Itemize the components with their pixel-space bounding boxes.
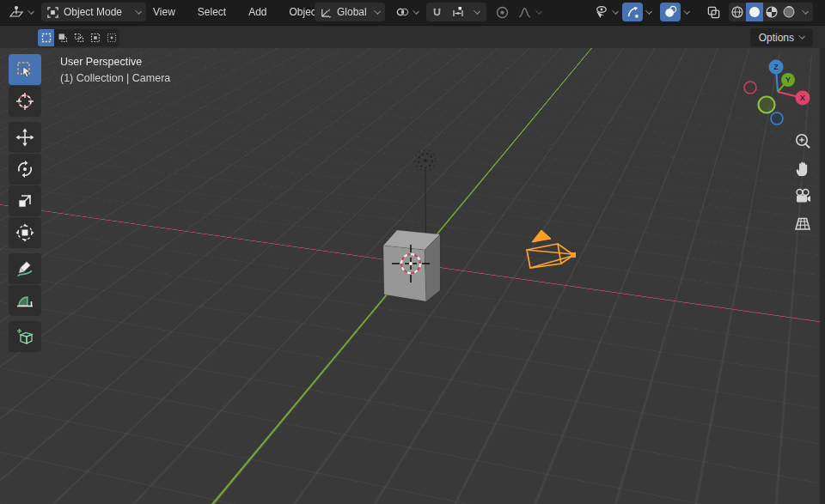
select-box-icon xyxy=(15,60,34,79)
rotate-icon xyxy=(15,160,34,179)
gizmo-neg-z-ball[interactable] xyxy=(771,112,783,124)
select-mode-intersect[interactable] xyxy=(103,29,119,46)
viewport-nav-controls xyxy=(791,130,815,240)
tool-scale[interactable] xyxy=(9,185,41,216)
select-mode-set[interactable] xyxy=(38,29,54,46)
snap-increment-icon xyxy=(451,5,465,19)
annotate-icon xyxy=(15,259,34,278)
show-overlays-toggle[interactable] xyxy=(660,3,681,21)
options-button[interactable]: Options xyxy=(750,28,813,46)
tool-select-box[interactable] xyxy=(9,54,41,85)
tool-annotate[interactable] xyxy=(9,253,41,284)
mode-selector[interactable]: Object Mode xyxy=(41,3,146,21)
tool-measure[interactable] xyxy=(9,285,41,316)
editor-type-button[interactable] xyxy=(3,3,39,21)
navigation-gizmo[interactable]: Z Y X xyxy=(739,53,818,132)
chevron-down-icon xyxy=(683,8,690,15)
chevron-down-icon xyxy=(374,8,381,15)
chevron-down-icon xyxy=(645,8,652,15)
select-extend-icon xyxy=(58,33,68,43)
menu-select[interactable]: Select xyxy=(191,3,233,21)
options-button-label: Options xyxy=(759,32,794,44)
select-mode-extend[interactable] xyxy=(54,29,70,46)
select-mode-invert[interactable] xyxy=(87,29,103,46)
chevron-down-icon xyxy=(412,8,419,15)
shading-solid-icon xyxy=(748,5,761,19)
viewport-right-edge xyxy=(820,48,825,504)
shading-material-button[interactable] xyxy=(763,3,780,21)
3d-viewport[interactable] xyxy=(0,48,825,504)
zoom-icon xyxy=(792,131,813,152)
collection-breadcrumb: (1) Collection | Camera xyxy=(60,72,170,84)
snapping-group xyxy=(426,3,486,21)
y-axis-line xyxy=(0,48,600,504)
menu-view[interactable]: View xyxy=(146,3,182,21)
shading-rendered-button[interactable] xyxy=(780,3,798,21)
transform-orientation-icon xyxy=(320,6,333,19)
gizmo-y-label: Y xyxy=(785,76,791,84)
gizmo-neg-y-ball[interactable] xyxy=(759,97,775,113)
chevron-down-icon xyxy=(135,8,142,15)
object-type-visibility-button[interactable] xyxy=(588,3,623,21)
toggle-xray-button[interactable] xyxy=(703,3,724,21)
object-type-visibility-icon xyxy=(593,4,608,20)
select-mode-group xyxy=(38,29,119,46)
show-gizmo-icon xyxy=(626,5,639,19)
add-cube-icon xyxy=(15,327,34,346)
shading-wireframe-button[interactable] xyxy=(729,3,746,21)
object-mode-icon xyxy=(46,6,59,19)
transform-icon xyxy=(15,223,34,242)
pivot-point-icon xyxy=(395,5,409,19)
proportional-editing-icon xyxy=(495,5,510,20)
camera-view-icon xyxy=(792,186,813,207)
tool-rotate[interactable] xyxy=(9,154,41,185)
orientation-selector[interactable]: Global xyxy=(315,3,385,21)
shading-wireframe-icon xyxy=(730,5,744,19)
chevron-down-icon xyxy=(612,8,619,15)
gizmo-neg-x-ball[interactable] xyxy=(744,82,756,94)
shading-dropdown[interactable] xyxy=(798,3,813,21)
snap-target-button[interactable] xyxy=(447,3,469,21)
pan-button[interactable] xyxy=(791,157,815,181)
snap-dropdown[interactable] xyxy=(469,3,485,21)
tool-add-cube[interactable] xyxy=(9,321,41,352)
gizmo-z-label: Z xyxy=(773,63,779,71)
mode-selector-label: Object Mode xyxy=(64,6,131,18)
shading-rendered-icon xyxy=(782,5,796,19)
tool-transform[interactable] xyxy=(9,217,41,248)
measure-icon xyxy=(15,291,34,310)
chevron-down-icon xyxy=(474,8,480,15)
chevron-down-icon xyxy=(802,8,809,15)
shading-mode-group xyxy=(729,3,813,21)
move-icon xyxy=(15,128,34,147)
select-mode-subtract[interactable] xyxy=(70,29,87,46)
select-intersect-icon xyxy=(107,33,117,43)
gizmo-dropdown[interactable] xyxy=(644,3,654,21)
toggle-ortho-button[interactable] xyxy=(791,212,815,236)
select-subtract-icon xyxy=(74,33,84,43)
viewport-header: Object Mode View Select Add Object Globa… xyxy=(0,0,825,25)
snap-toggle[interactable] xyxy=(426,3,447,21)
cursor-tool-icon xyxy=(15,92,34,111)
menu-add[interactable]: Add xyxy=(241,3,273,21)
shading-solid-button[interactable] xyxy=(746,3,763,21)
shading-material-icon xyxy=(765,5,779,19)
falloff-curve-button[interactable] xyxy=(514,3,545,21)
proportional-editing-toggle[interactable] xyxy=(492,3,513,21)
zoom-button[interactable] xyxy=(791,130,815,154)
pivot-point-button[interactable] xyxy=(390,3,424,21)
show-overlays-icon xyxy=(663,5,677,19)
view-perspective-label: User Perspective xyxy=(60,56,142,68)
tool-move[interactable] xyxy=(9,122,41,153)
camera-view-button[interactable] xyxy=(791,185,815,209)
blender-window: User Perspective (1) Collection | Camera… xyxy=(0,0,825,504)
show-gizmo-toggle[interactable] xyxy=(622,3,643,21)
tool-cursor[interactable] xyxy=(9,86,41,117)
falloff-curve-icon xyxy=(517,5,532,20)
chevron-down-icon xyxy=(535,8,542,15)
overlays-dropdown[interactable] xyxy=(681,3,692,21)
orientation-selector-label: Global xyxy=(337,6,370,18)
x-axis-line xyxy=(0,115,825,504)
select-set-icon xyxy=(41,33,52,43)
chevron-down-icon xyxy=(798,33,805,39)
